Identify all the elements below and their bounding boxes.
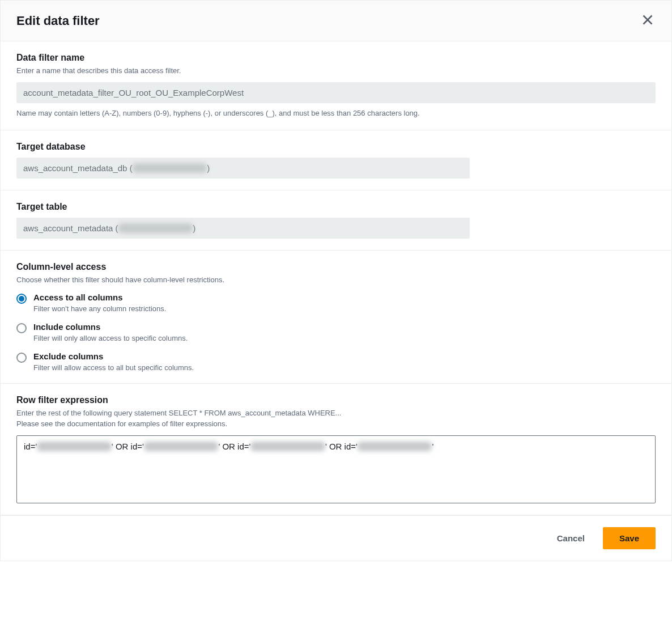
filter-name-help: Enter a name that describes this data ac… (16, 65, 656, 77)
close-button[interactable] (640, 12, 656, 29)
expr-redacted: ████████████ (250, 442, 325, 451)
edit-data-filter-modal: Edit data filter Data filter name Enter … (0, 0, 672, 561)
radio-text: Access to all columns Filter won't have … (33, 292, 656, 313)
target-database-prefix: aws_account_metadata_db ( (23, 163, 133, 173)
radio-access-all-columns[interactable]: Access to all columns Filter won't have … (16, 292, 656, 313)
row-filter-label: Row filter expression (16, 395, 656, 405)
radio-text: Exclude columns Filter will allow access… (33, 351, 656, 372)
row-filter-help-line1: Enter the rest of the following query st… (16, 409, 341, 417)
row-filter-expression-input[interactable]: id='████████████' OR id='████████████' O… (16, 435, 656, 503)
row-filter-help: Enter the rest of the following query st… (16, 408, 656, 430)
target-database-redacted: ████████████ (133, 163, 207, 173)
expr-part: ' OR id=' (218, 442, 250, 451)
radio-label: Include columns (33, 322, 656, 332)
radio-desc: Filter won't have any column restriction… (33, 304, 656, 313)
row-filter-help-line2: Please see the documentation for example… (16, 419, 227, 428)
target-database-section: Target database aws_account_metadata_db … (1, 130, 671, 190)
radio-exclude-columns[interactable]: Exclude columns Filter will allow access… (16, 351, 656, 372)
filter-name-section: Data filter name Enter a name that descr… (1, 41, 671, 130)
target-table-value: aws_account_metadata (████████████) (16, 218, 470, 239)
target-table-redacted: ████████████ (118, 223, 193, 233)
radio-icon (16, 353, 27, 363)
radio-icon (16, 323, 27, 333)
radio-label: Access to all columns (33, 292, 656, 302)
expr-part: ' (432, 442, 433, 451)
target-database-suffix: ) (207, 163, 210, 173)
expr-part: id=' (24, 442, 37, 451)
column-access-help: Choose whether this filter should have c… (16, 274, 656, 286)
column-access-radio-group: Access to all columns Filter won't have … (16, 292, 656, 372)
filter-name-input[interactable]: account_metadata_filter_OU_root_OU_Examp… (16, 82, 656, 103)
expr-part: ' OR id=' (325, 442, 358, 451)
radio-label: Exclude columns (33, 351, 656, 361)
close-icon (642, 14, 653, 26)
radio-include-columns[interactable]: Include columns Filter will only allow a… (16, 322, 656, 342)
expr-redacted: ████████████ (358, 442, 432, 451)
target-database-label: Target database (16, 142, 656, 152)
target-table-section: Target table aws_account_metadata (█████… (1, 190, 671, 251)
target-database-value: aws_account_metadata_db (████████████) (16, 158, 470, 179)
target-table-label: Target table (16, 202, 656, 212)
modal-title: Edit data filter (16, 14, 100, 28)
expr-redacted: ████████████ (37, 442, 112, 451)
radio-desc: Filter will only allow access to specifi… (33, 334, 656, 342)
radio-icon (16, 294, 27, 304)
target-table-prefix: aws_account_metadata ( (23, 223, 118, 233)
column-access-label: Column-level access (16, 262, 656, 272)
modal-footer: Cancel Save (1, 515, 671, 561)
cancel-button[interactable]: Cancel (550, 529, 592, 548)
radio-desc: Filter will allow access to all but spec… (33, 363, 656, 372)
filter-name-label: Data filter name (16, 53, 656, 63)
target-table-suffix: ) (193, 223, 195, 233)
expr-part: ' OR id=' (112, 442, 144, 451)
row-filter-section: Row filter expression Enter the rest of … (1, 384, 671, 515)
radio-text: Include columns Filter will only allow a… (33, 322, 656, 342)
filter-name-hint: Name may contain letters (A-Z), numbers … (16, 108, 656, 119)
modal-header: Edit data filter (1, 1, 671, 41)
save-button[interactable]: Save (603, 527, 656, 549)
expr-redacted: ████████████ (144, 442, 219, 451)
column-access-section: Column-level access Choose whether this … (1, 251, 671, 384)
